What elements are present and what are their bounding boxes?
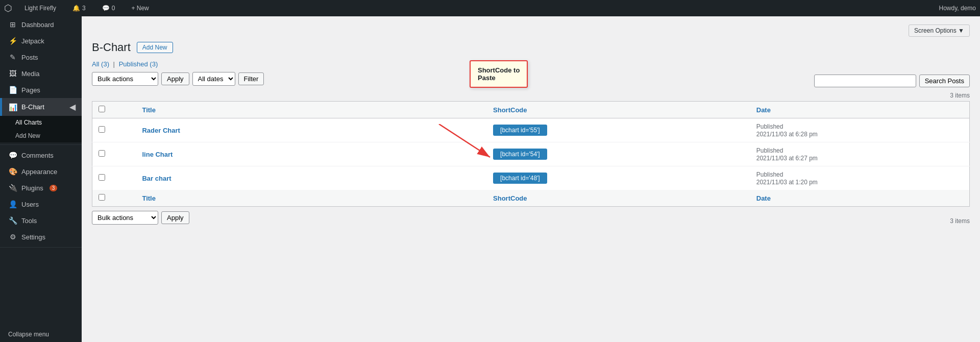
row-checkbox-cell	[92, 142, 136, 166]
admin-bar: ⬡ Light Firefly 🔔 3 💬 0 + New Howdy, dem…	[0, 0, 980, 16]
screen-options-button[interactable]: Screen Options ▼	[909, 25, 970, 37]
users-icon: 👤	[8, 200, 17, 208]
media-icon: 🖼	[8, 69, 17, 78]
screen-options-bar: Screen Options ▼	[92, 25, 970, 37]
sidebar-item-label: Comments	[21, 152, 54, 159]
plugins-icon: 🔌	[8, 184, 17, 192]
items-count-bottom: 3 items	[950, 217, 970, 225]
table-header-row: Title ShortCode Date	[92, 102, 970, 118]
collapse-menu-button[interactable]: Collapse menu	[0, 327, 82, 342]
sidebar-submenu-label: Add New	[15, 132, 40, 139]
collapse-menu-label: Collapse menu	[8, 331, 49, 338]
row-checkbox[interactable]	[99, 126, 105, 133]
posts-table: Title ShortCode Date Rader Chart	[92, 101, 970, 207]
add-new-button[interactable]: Add New	[137, 42, 173, 53]
sidebar-item-settings[interactable]: ⚙ Settings	[0, 229, 82, 245]
sidebar-submenu-label: All Charts	[15, 119, 42, 126]
post-title-link[interactable]: Bar chart	[142, 175, 171, 182]
apply-bottom-button[interactable]: Apply	[161, 211, 189, 224]
row-date-cell: Published 2021/11/03 at 6:28 pm	[750, 118, 970, 142]
comments-icon: 💬	[8, 151, 17, 159]
settings-icon: ⚙	[8, 233, 17, 241]
filter-all-link[interactable]: All (3)	[92, 60, 109, 68]
sidebar-item-tools[interactable]: 🔧 Tools	[0, 212, 82, 229]
table-footer-row: Title ShortCode Date	[92, 190, 970, 207]
shortcode-badge[interactable]: [bchart id='48']	[493, 173, 547, 184]
filter-published-link[interactable]: Published (3)	[119, 60, 158, 68]
posts-icon: ✎	[8, 53, 17, 61]
shortcode-badge[interactable]: [bchart id='55']	[493, 125, 547, 136]
items-count-top: 3 items	[92, 92, 970, 99]
sidebar-item-label: Dashboard	[21, 21, 54, 29]
adminbar-comments[interactable]: 💬 0	[98, 0, 119, 16]
row-shortcode-cell: [bchart id='54']	[487, 142, 750, 166]
row-title-cell: Rader Chart	[136, 118, 487, 142]
apply-top-button[interactable]: Apply	[161, 72, 189, 85]
adminbar-site-name[interactable]: Light Firefly	[20, 0, 60, 16]
col-date-header[interactable]: Date	[750, 102, 970, 118]
search-posts-input[interactable]	[814, 75, 916, 87]
table-row: Bar chart [bchart id='48'] Published 202…	[92, 166, 970, 190]
tooltip-line2: Paste	[478, 74, 520, 82]
sidebar-item-appearance[interactable]: 🎨 Appearance	[0, 163, 82, 180]
search-posts-button[interactable]: Search Posts	[919, 75, 970, 87]
sidebar-item-dashboard[interactable]: ⊞ Dashboard	[0, 16, 82, 33]
sidebar-item-posts[interactable]: ✎ Posts	[0, 49, 82, 65]
plugins-badge: 3	[50, 185, 58, 191]
sidebar-item-comments[interactable]: 💬 Comments	[0, 147, 82, 163]
bulk-actions-bottom-select[interactable]: Bulk actions	[92, 211, 158, 225]
filter-links: All (3) | Published (3)	[92, 60, 970, 68]
col-title-header[interactable]: Title	[136, 102, 487, 118]
row-checkbox[interactable]	[99, 174, 105, 181]
bulk-actions-top-bar: Bulk actions Apply All dates Filter	[92, 72, 264, 86]
row-date-cell: Published 2021/11/03 at 6:27 pm	[750, 142, 970, 166]
select-all-footer-checkbox[interactable]	[99, 194, 105, 201]
row-shortcode-cell: [bchart id='48']	[487, 166, 750, 190]
jetpack-icon: ⚡	[8, 37, 17, 45]
bulk-actions-top-select[interactable]: Bulk actions	[92, 72, 158, 86]
pages-icon: 📄	[8, 86, 17, 94]
filter-button[interactable]: Filter	[238, 72, 264, 85]
sidebar-submenu-all-charts[interactable]: All Charts	[0, 116, 82, 129]
adminbar-howdy: Howdy, demo	[939, 5, 976, 12]
col-date-footer[interactable]: Date	[750, 190, 970, 207]
post-title-link[interactable]: Rader Chart	[142, 127, 180, 134]
col-shortcode-footer: ShortCode	[487, 190, 750, 207]
row-checkbox-cell	[92, 166, 136, 190]
tooltip-line1: ShortCode to	[478, 66, 520, 74]
col-checkbox-header	[92, 102, 136, 118]
bulk-actions-bottom-bar: Bulk actions Apply	[92, 211, 189, 225]
sidebar-item-label: Users	[21, 201, 39, 208]
select-all-checkbox[interactable]	[99, 106, 105, 112]
adminbar-updates[interactable]: 🔔 3	[68, 0, 90, 16]
dashboard-icon: ⊞	[8, 20, 17, 29]
col-checkbox-footer	[92, 190, 136, 207]
sidebar-item-jetpack[interactable]: ⚡ Jetpack	[0, 33, 82, 49]
sidebar-item-label: Plugins	[21, 184, 43, 192]
sidebar-item-label: Settings	[21, 233, 45, 241]
tools-icon: 🔧	[8, 216, 17, 225]
sidebar-item-label: Posts	[21, 54, 38, 61]
sidebar-submenu-add-new[interactable]: Add New	[0, 129, 82, 142]
sidebar-item-users[interactable]: 👤 Users	[0, 196, 82, 212]
sidebar-item-bchart[interactable]: 📊 B-Chart ◀	[0, 98, 82, 116]
sidebar-item-label: Appearance	[21, 168, 57, 176]
wp-logo-icon[interactable]: ⬡	[4, 3, 12, 14]
sidebar-item-plugins[interactable]: 🔌 Plugins 3	[0, 180, 82, 196]
row-checkbox[interactable]	[99, 150, 105, 157]
appearance-icon: 🎨	[8, 167, 17, 176]
post-title-link[interactable]: line Chart	[142, 151, 173, 158]
sidebar-item-media[interactable]: 🖼 Media	[0, 65, 82, 82]
table-row: line Chart [bchart id='54'] Published 20…	[92, 142, 970, 166]
sidebar: ⊞ Dashboard ⚡ Jetpack ✎ Posts 🖼 Media 📄 …	[0, 16, 82, 342]
adminbar-new[interactable]: + New	[127, 0, 153, 16]
sidebar-item-label: Media	[21, 70, 39, 78]
date-filter-select[interactable]: All dates	[192, 72, 235, 86]
col-title-footer[interactable]: Title	[136, 190, 487, 207]
sidebar-item-pages[interactable]: 📄 Pages	[0, 82, 82, 98]
bchart-icon: 📊	[8, 103, 17, 111]
shortcode-badge[interactable]: [bchart id='54']	[493, 149, 547, 160]
filter-separator: |	[113, 60, 115, 68]
table-row: Rader Chart [bchart id='55'] Published 2…	[92, 118, 970, 142]
row-title-cell: Bar chart	[136, 166, 487, 190]
